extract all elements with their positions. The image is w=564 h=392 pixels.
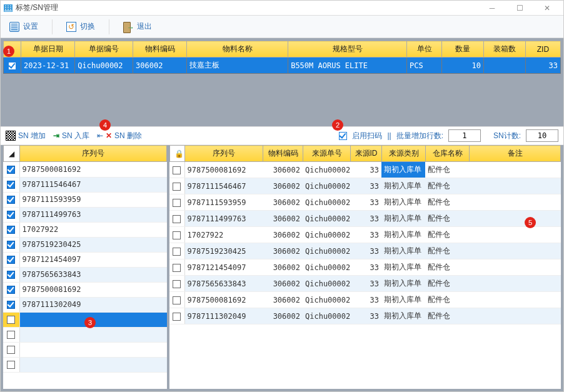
right-grid-body[interactable]: 5 9787500081692 306002 Qichu00002 33 期初入… [169, 162, 561, 389]
col-material-code[interactable]: 物料编码 [133, 41, 187, 58]
settings-button[interactable]: 设置 [6, 19, 42, 34]
left-row[interactable]: 9787121454097 [3, 252, 167, 267]
row-checkbox[interactable] [169, 194, 184, 211]
col-box[interactable]: 装箱数 [483, 41, 525, 58]
cell-type: 期初入库单 [381, 276, 425, 292]
separator [52, 19, 53, 34]
left-row-empty[interactable] [3, 327, 167, 342]
col-src-id[interactable]: 来源ID [351, 146, 382, 162]
row-checkbox[interactable] [3, 237, 19, 252]
row-checkbox[interactable] [3, 327, 19, 342]
batch-add-input[interactable] [448, 129, 481, 142]
settings-icon [9, 22, 19, 32]
row-checkbox[interactable] [169, 259, 184, 276]
row-checkbox[interactable] [169, 211, 184, 227]
cell-sn: 9787111302049 [184, 308, 263, 324]
cell-mat: 306002 [263, 194, 303, 211]
row-checkbox[interactable] [3, 357, 19, 372]
top-grid-row[interactable]: 2023-12-31 Qichu00002 306002 技嘉主板 B550M … [4, 58, 561, 74]
app-icon [3, 3, 13, 13]
left-row-empty[interactable] [3, 357, 167, 372]
row-checkbox[interactable] [169, 276, 184, 292]
sn-count-input[interactable] [526, 129, 558, 142]
right-row[interactable]: 9787500081692 306002 Qichu00002 33 期初入库单… [169, 292, 561, 308]
cell-type: 期初入库单 [381, 308, 425, 324]
left-row[interactable]: 9787500081692 [3, 162, 167, 177]
right-row[interactable]: 9787121454097 306002 Qichu00002 33 期初入库单… [169, 259, 561, 276]
right-row[interactable]: 9787111302049 306002 Qichu00002 33 期初入库单… [169, 308, 561, 324]
col-src-doc[interactable]: 来源单号 [303, 146, 351, 162]
top-grid[interactable]: 单据日期 单据编号 物料编码 物料名称 规格型号 单位 数量 装箱数 ZID 2… [3, 41, 561, 74]
col-date[interactable]: 单据日期 [21, 41, 75, 58]
left-row[interactable]: 9787111302049 [3, 297, 167, 312]
row-checkbox[interactable] [3, 342, 19, 357]
sn-in-button[interactable]: ⇥ SN 入库 [53, 131, 89, 141]
titlebar: 标签/SN管理 ─ ☐ ✕ [1, 1, 563, 16]
row-checkbox[interactable] [3, 177, 19, 192]
row-checkbox[interactable] [169, 243, 184, 259]
row-checkbox[interactable] [3, 222, 19, 237]
col-zid[interactable]: ZID [525, 41, 560, 58]
cell-sn: 9787500081692 [184, 162, 263, 178]
col-sn[interactable]: 序列号 [185, 146, 263, 162]
left-row[interactable]: 9787111546467 [3, 177, 167, 192]
right-row[interactable]: 9787500081692 306002 Qichu00002 33 期初入库单… [169, 162, 561, 178]
left-col-sn[interactable]: 序列号 [20, 146, 167, 162]
cell-sid: 33 [350, 276, 381, 292]
left-row-empty[interactable] [3, 342, 167, 357]
col-qty[interactable]: 数量 [442, 41, 484, 58]
sn-delete-button[interactable]: ⇤✕ SN 删除 [97, 131, 142, 141]
col-warehouse[interactable]: 仓库名称 [426, 146, 470, 162]
row-checkbox[interactable] [3, 162, 19, 177]
right-row[interactable]: 9787565633843 306002 Qichu00002 33 期初入库单… [169, 276, 561, 292]
right-row[interactable]: 9787111546467 306002 Qichu00002 33 期初入库单… [169, 178, 561, 194]
enable-scan-checkbox[interactable] [339, 131, 347, 140]
row-checkbox[interactable] [169, 308, 184, 324]
row-checkbox[interactable] [4, 58, 21, 74]
row-checkbox[interactable] [169, 292, 184, 308]
col-note[interactable]: 备注 [470, 146, 561, 162]
col-doc[interactable]: 单据编号 [75, 41, 133, 58]
left-checkbox-header[interactable]: ◢ [4, 146, 20, 162]
left-grid-header: ◢ 序列号 [3, 145, 167, 162]
right-row[interactable]: 9787519230425 306002 Qichu00002 33 期初入库单… [169, 243, 561, 259]
left-row[interactable]: 9787111499763 [3, 207, 167, 222]
col-src-type[interactable]: 来源类别 [382, 146, 426, 162]
row-checkbox[interactable] [3, 282, 19, 297]
col-spec[interactable]: 规格型号 [288, 41, 407, 58]
left-row[interactable]: 17027922 [3, 222, 167, 237]
row-checkbox[interactable] [3, 267, 19, 282]
right-row[interactable]: 9787111499763 306002 Qichu00002 33 期初入库单… [169, 211, 561, 227]
row-checkbox[interactable] [3, 297, 19, 312]
left-row[interactable]: 9787111593959 [3, 192, 167, 207]
row-checkbox[interactable] [169, 178, 184, 194]
right-grid-header: 🔒 序列号 物料编码 来源单号 来源ID 来源类别 仓库名称 备注 [169, 145, 561, 162]
sn-add-button[interactable]: SN 增加 [6, 131, 46, 141]
cell-sid: 33 [350, 178, 381, 194]
exit-button[interactable]: 退出 [119, 19, 156, 34]
switch-button[interactable]: 切换 [63, 19, 99, 34]
col-unit[interactable]: 单位 [407, 41, 442, 58]
row-checkbox[interactable] [169, 162, 184, 178]
left-row[interactable]: 9787500081692 [3, 282, 167, 297]
col-material-name[interactable]: 物料名称 [187, 41, 288, 58]
col-mat[interactable]: 物料编码 [263, 146, 303, 162]
cell-mat: 306002 [263, 243, 303, 259]
row-checkbox[interactable] [169, 227, 184, 243]
left-grid-body[interactable]: 3 97875000816929787111546467978711159395… [3, 162, 167, 389]
maximize-button[interactable]: ☐ [506, 1, 533, 16]
right-lock-header[interactable]: 🔒 [170, 146, 185, 162]
right-row[interactable]: 9787111593959 306002 Qichu00002 33 期初入库单… [169, 194, 561, 211]
cell-sn: 9787121454097 [19, 252, 167, 267]
left-row[interactable]: 9787565633843 [3, 267, 167, 282]
minimize-button[interactable]: ─ [478, 1, 506, 16]
right-row[interactable]: 17027922 306002 Qichu00002 33 期初入库单 配件仓 [169, 227, 561, 243]
row-checkbox[interactable] [3, 192, 19, 207]
left-row[interactable]: 9787519230425 [3, 237, 167, 252]
row-checkbox[interactable] [3, 312, 19, 327]
annotation-badge-2: 2 [332, 119, 343, 131]
close-button[interactable]: ✕ [533, 1, 561, 16]
row-checkbox[interactable] [3, 252, 19, 267]
cell-wh: 配件仓 [425, 211, 469, 227]
row-checkbox[interactable] [3, 207, 19, 222]
